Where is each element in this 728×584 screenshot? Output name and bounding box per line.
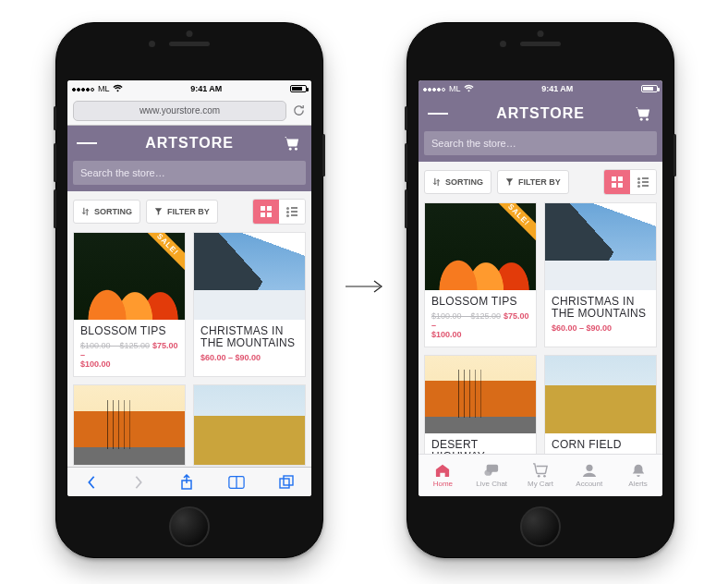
filter-icon [154, 207, 163, 216]
home-icon [434, 463, 451, 478]
filter-label: FILTER BY [518, 177, 561, 187]
grid-view-button[interactable] [253, 200, 279, 224]
svg-point-7 [646, 118, 649, 121]
bell-icon [630, 463, 647, 478]
brand-title: ARTSTORE [145, 135, 234, 152]
catalog-toolbar: SORTING FILTER BY [419, 162, 662, 202]
tabs-icon[interactable] [279, 475, 294, 490]
wifi-icon [113, 84, 123, 92]
back-icon[interactable] [85, 475, 98, 490]
product-price: $60.00 – $90.00 [200, 353, 298, 362]
signal-icon [423, 84, 446, 93]
sale-badge: SALE! [490, 202, 537, 244]
product-grid: SALE! BLOSSOM TIPS $100.00 – $125.00$75.… [67, 232, 311, 496]
svg-point-11 [586, 465, 592, 471]
menu-button[interactable] [428, 103, 448, 124]
chat-icon [483, 463, 500, 478]
svg-rect-4 [280, 479, 289, 488]
grid-view-button[interactable] [604, 170, 630, 194]
tab-label: Account [576, 480, 602, 488]
tab-label: Live Chat [476, 480, 507, 488]
tab-account[interactable]: Account [564, 455, 613, 496]
product-image [425, 356, 536, 433]
svg-point-6 [640, 118, 643, 121]
share-icon[interactable] [180, 474, 193, 491]
product-title: CHRISTMAS IN THE MOUNTAINS [200, 325, 298, 349]
sort-label: SORTING [94, 207, 132, 216]
svg-point-9 [538, 475, 540, 478]
sort-button[interactable]: SORTING [73, 200, 140, 224]
svg-point-8 [485, 470, 492, 476]
ios-status-bar: ML 9:41 AM [419, 80, 662, 96]
product-price: $100.00 – $125.00$75.00 – $100.00 [431, 311, 529, 339]
status-time: 9:41 AM [541, 84, 573, 93]
battery-icon [641, 85, 658, 92]
product-title: CHRISTMAS IN THE MOUNTAINS [552, 296, 649, 320]
tab-alerts[interactable]: Alerts [613, 455, 662, 496]
carrier-label: ML [98, 84, 110, 93]
product-image [74, 385, 185, 465]
search-input[interactable]: Search the store… [424, 131, 657, 155]
tab-label: Alerts [628, 480, 647, 488]
tab-home[interactable]: Home [419, 455, 467, 496]
status-time: 9:41 AM [190, 84, 222, 93]
tab-bar: Home Live Chat My Cart Account Alerts [419, 454, 662, 496]
product-image [194, 233, 305, 320]
product-title: CORN FIELD [552, 439, 649, 451]
product-card[interactable]: SALE! BLOSSOM TIPS $100.00 – $125.00$75.… [424, 202, 537, 347]
product-image: SALE! [425, 203, 536, 290]
svg-point-1 [289, 148, 292, 151]
safari-address-bar: www.yourstore.com [67, 96, 311, 126]
product-price: $100.00 – $125.00$75.00 – $100.00 [80, 341, 178, 369]
sort-button[interactable]: SORTING [424, 170, 491, 194]
product-card[interactable]: DESERT HIGHWAY [424, 355, 537, 465]
tab-cart[interactable]: My Cart [516, 455, 565, 496]
forward-icon [132, 475, 145, 490]
product-title: BLOSSOM TIPS [431, 296, 529, 308]
list-view-button[interactable] [279, 200, 305, 224]
list-view-button[interactable] [630, 170, 656, 194]
search-placeholder: Search the store… [80, 167, 165, 178]
search-input[interactable]: Search the store… [73, 161, 306, 185]
product-card[interactable]: CHRISTMAS IN THE MOUNTAINS $60.00 – $90.… [544, 202, 657, 347]
product-card[interactable]: CHRISTMAS IN THE MOUNTAINS $60.00 – $90.… [193, 232, 306, 377]
transition-arrow-icon [345, 277, 383, 296]
safari-url-text: www.yourstore.com [140, 105, 220, 116]
product-grid: SALE! BLOSSOM TIPS $100.00 – $125.00$75.… [419, 202, 662, 465]
safari-url-field[interactable]: www.yourstore.com [73, 101, 286, 121]
view-toggle [603, 169, 657, 195]
wifi-icon [464, 84, 474, 92]
product-price: $60.00 – $90.00 [552, 323, 649, 333]
product-card[interactable]: SALE! BLOSSOM TIPS $100.00 – $125.00$75.… [73, 232, 186, 377]
brand-title: ARTSTORE [496, 105, 585, 122]
svg-point-10 [543, 475, 546, 478]
cart-button[interactable] [633, 103, 653, 124]
screen-web: ML 9:41 AM www.yourstore.com [67, 80, 311, 496]
search-placeholder: Search the store… [431, 138, 516, 149]
product-card[interactable] [193, 384, 306, 466]
ios-status-bar: ML 9:41 AM [67, 80, 311, 96]
filter-button[interactable]: FILTER BY [497, 170, 569, 194]
carrier-label: ML [449, 84, 461, 93]
product-image [545, 356, 656, 433]
sale-badge: SALE! [139, 232, 186, 274]
bookmarks-icon[interactable] [228, 475, 245, 490]
cart-button[interactable] [282, 133, 302, 153]
screen-app: ML 9:41 AM ARTSTORE [419, 80, 662, 496]
sort-icon [81, 207, 90, 216]
menu-button[interactable] [77, 133, 97, 153]
sort-icon [432, 177, 441, 187]
filter-icon [505, 177, 514, 187]
home-button[interactable] [169, 506, 210, 547]
tab-livechat[interactable]: Live Chat [467, 455, 516, 496]
battery-icon [290, 85, 307, 92]
reload-icon[interactable] [292, 103, 306, 117]
home-button[interactable] [520, 506, 561, 547]
app-header: ML 9:41 AM ARTSTORE [419, 80, 662, 162]
product-card[interactable]: CORN FIELD [544, 355, 657, 465]
product-title: BLOSSOM TIPS [80, 325, 178, 337]
product-image [194, 385, 305, 465]
cart-icon [532, 463, 549, 478]
filter-button[interactable]: FILTER BY [146, 200, 218, 224]
product-card[interactable] [73, 384, 186, 466]
